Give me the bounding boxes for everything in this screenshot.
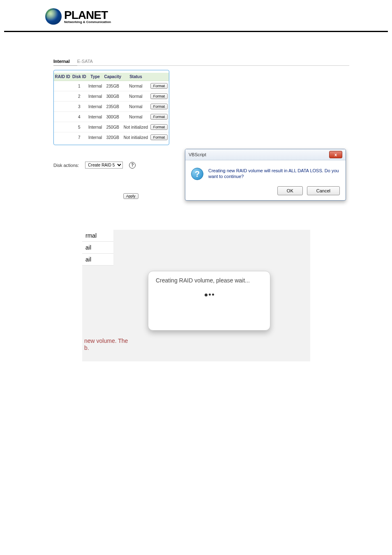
cell-type: Internal: [87, 81, 103, 91]
spinner-icon: [156, 294, 263, 296]
dialog-message: Creating new RAID volume will result in …: [208, 168, 340, 180]
cell-raid-id: [54, 122, 71, 132]
cell-disk-id: 2: [71, 91, 87, 102]
help-icon[interactable]: ?: [129, 162, 136, 169]
vbscript-dialog: VBScript x ? Creating new RAID volume wi…: [185, 149, 346, 201]
cell-disk-id: 1: [71, 81, 87, 91]
warning-text-fragment: new volume. The b.: [84, 338, 128, 352]
cell-raid-id: [54, 81, 71, 91]
cell-raid-id: [54, 132, 71, 143]
cell-disk-id: 7: [71, 132, 87, 143]
cell-disk-id: 4: [71, 112, 87, 122]
cell-raid-id: [54, 91, 71, 102]
cell-capacity: 235GB: [103, 81, 122, 91]
col-action: [149, 73, 169, 81]
col-disk-id: Disk ID: [71, 73, 87, 81]
tab-esata[interactable]: E-SATA: [77, 59, 93, 64]
status-cell-fragment: ail: [82, 254, 113, 266]
format-button[interactable]: Format: [150, 83, 168, 89]
col-status: Status: [122, 73, 149, 81]
cell-type: Internal: [87, 91, 103, 102]
disk-actions-label: Disk actions:: [53, 163, 79, 168]
disk-actions-select[interactable]: Create RAID 5: [85, 162, 123, 169]
cell-raid-id: [54, 112, 71, 122]
cell-capacity: 250GB: [103, 122, 122, 132]
table-row: 1Internal235GBNormalFormat: [54, 81, 169, 91]
question-icon: ?: [191, 168, 203, 180]
cancel-button[interactable]: Cancel: [307, 186, 340, 195]
cell-status: Not initialized: [122, 122, 149, 132]
brand-name: PLANET: [64, 9, 111, 21]
status-cell-fragment: ail: [82, 242, 113, 254]
cell-disk-id: 3: [71, 102, 87, 112]
cell-type: Internal: [87, 112, 103, 122]
tabs: Internal E-SATA: [53, 59, 392, 66]
progress-snippet: rmal ail ail Creating RAID volume, pleas…: [82, 230, 310, 361]
cell-status: Normal: [122, 91, 149, 102]
status-cell-fragment: rmal: [82, 230, 113, 242]
cell-type: Internal: [87, 132, 103, 143]
cell-status: Not initialized: [122, 132, 149, 143]
table-row: 5Internal250GBNot initializedFormat: [54, 122, 169, 132]
cell-capacity: 235GB: [103, 102, 122, 112]
logo-icon: [45, 8, 62, 25]
format-button[interactable]: Format: [150, 93, 168, 99]
tab-internal[interactable]: Internal: [53, 59, 70, 64]
table-row: 7Internal320GBNot initializedFormat: [54, 132, 169, 143]
cell-disk-id: 5: [71, 122, 87, 132]
disk-table-panel: RAID ID Disk ID Type Capacity Status 1In…: [53, 70, 169, 145]
format-button[interactable]: Format: [150, 134, 168, 140]
col-raid-id: RAID ID: [54, 73, 71, 81]
cell-status: Normal: [122, 112, 149, 122]
cell-raid-id: [54, 102, 71, 112]
cell-status: Normal: [122, 102, 149, 112]
col-type: Type: [87, 73, 103, 81]
format-button[interactable]: Format: [150, 104, 168, 109]
apply-button[interactable]: Apply: [123, 193, 138, 199]
format-button[interactable]: Format: [150, 124, 168, 130]
cell-status: Normal: [122, 81, 149, 91]
table-row: 3Internal235GBNormalFormat: [54, 102, 169, 112]
cell-type: Internal: [87, 122, 103, 132]
cell-type: Internal: [87, 102, 103, 112]
progress-message: Creating RAID volume, please wait...: [156, 277, 263, 284]
cell-capacity: 300GB: [103, 112, 122, 122]
disk-table: RAID ID Disk ID Type Capacity Status 1In…: [54, 73, 169, 142]
table-row: 4Internal300GBNormalFormat: [54, 112, 169, 122]
header: PLANET Networking & Communication: [4, 0, 388, 32]
brand-subtitle: Networking & Communication: [64, 20, 111, 24]
table-row: 2Internal300GBNormalFormat: [54, 91, 169, 102]
progress-modal: Creating RAID volume, please wait...: [148, 271, 270, 331]
dialog-title: VBScript: [189, 152, 206, 157]
close-icon[interactable]: x: [329, 151, 342, 158]
cell-capacity: 300GB: [103, 91, 122, 102]
format-button[interactable]: Format: [150, 114, 168, 120]
cell-capacity: 320GB: [103, 132, 122, 143]
ok-button[interactable]: OK: [277, 186, 303, 195]
col-capacity: Capacity: [103, 73, 122, 81]
